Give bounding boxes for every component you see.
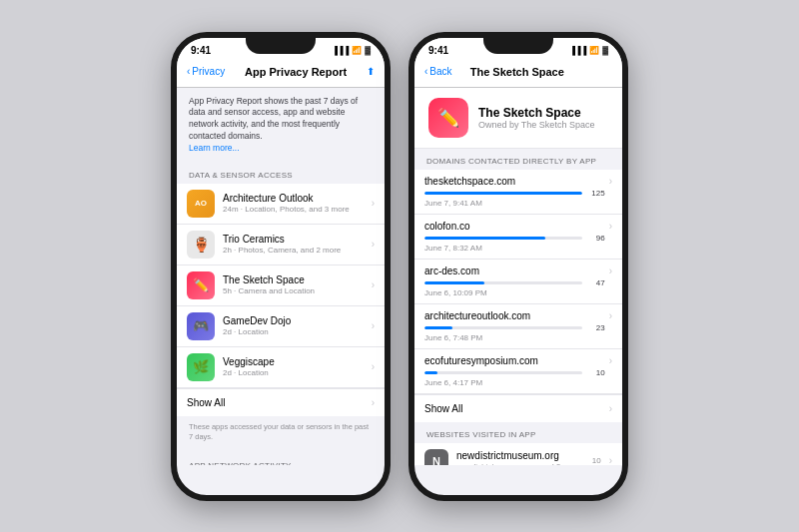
notch-left xyxy=(246,38,316,54)
veggie-subtitle: 2d · Location xyxy=(223,368,368,378)
chevron-veggie: › xyxy=(372,361,375,372)
domain-item-1[interactable]: colofon.co 96 June 7, 8:32 AM › xyxy=(414,215,622,260)
domain-date-3: June 6, 7:48 PM xyxy=(424,333,605,342)
show-all-sensor[interactable]: Show All › xyxy=(177,388,385,416)
item-text-veggie: Veggiscape 2d · Location xyxy=(223,355,368,378)
app-owned-text: Owned by The Sketch Space xyxy=(478,120,594,130)
section-header-websites: WEBSITES VISITED IN APP xyxy=(414,422,622,443)
domain-name-0: thesketchspace.com xyxy=(424,176,605,187)
chevron-domain-1: › xyxy=(609,221,612,232)
content-right: ✏️ The Sketch Space Owned by The Sketch … xyxy=(414,88,622,465)
intro-text-left: App Privacy Report shows the past 7 days… xyxy=(177,88,385,163)
share-button-left[interactable]: ⬆ xyxy=(367,66,375,77)
domain-bar-bg-4 xyxy=(424,371,582,374)
back-button-right[interactable]: ‹ Back xyxy=(424,66,452,77)
domain-item-2[interactable]: arc-des.com 47 June 6, 10:09 PM › xyxy=(414,260,622,304)
domain-bar-bg-0 xyxy=(424,192,582,195)
show-all-domains-label: Show All xyxy=(424,403,462,414)
domain-item-3[interactable]: architectureoutlook.com 23 June 6, 7:48 … xyxy=(414,304,622,349)
list-item-veggie[interactable]: 🌿 Veggiscape 2d · Location › xyxy=(177,347,385,388)
wifi-icon-r: 📶 xyxy=(589,46,599,55)
ao-title: Architecture Outlook xyxy=(223,192,368,205)
list-item-gamedev[interactable]: 🎮 GameDev Dojo 2d · Location › xyxy=(177,306,385,347)
domain-name-3: architectureoutlook.com xyxy=(424,310,605,321)
domain-bar-bg-1 xyxy=(424,237,582,240)
sketch-title: The Sketch Space xyxy=(223,273,368,286)
website-icon-n: N xyxy=(424,449,448,465)
notch-right xyxy=(483,38,553,54)
sketch-subtitle: 5h · Camera and Location xyxy=(223,286,368,296)
domain-item-0[interactable]: thesketchspace.com 125 June 7, 9:41 AM › xyxy=(414,170,622,215)
item-text-trio: Trio Ceramics 2h · Photos, Camera, and 2… xyxy=(223,233,368,256)
app-icon-large-sketch: ✏️ xyxy=(428,98,468,138)
domain-name-2: arc-des.com xyxy=(424,266,605,276)
learn-more-link[interactable]: Learn more... xyxy=(189,143,240,153)
status-icons-left: ▐▐▐ 📶 ▓ xyxy=(332,46,371,55)
chevron-left-icon: ‹ xyxy=(187,66,190,77)
signal-icon-r: ▐▐▐ xyxy=(569,46,586,55)
app-name-main: The Sketch Space xyxy=(478,106,594,120)
websites-list: N newdistrictmuseum.org newdistrictmuseu… xyxy=(414,443,622,465)
list-item-trio[interactable]: 🏺 Trio Ceramics 2h · Photos, Camera, and… xyxy=(177,225,385,266)
website-item-0[interactable]: N newdistrictmuseum.org newdistrictmuseu… xyxy=(414,443,622,465)
domain-item-4[interactable]: ecofuturesymposium.com 10 June 6, 4:17 P… xyxy=(414,349,622,394)
ao-subtitle: 24m · Location, Photos, and 3 more xyxy=(223,205,368,215)
app-icon-sketch: ✏️ xyxy=(187,271,215,299)
signal-icon: ▐▐▐ xyxy=(332,46,349,55)
show-all-sensor-label: Show All xyxy=(187,397,225,408)
chevron-gamedev: › xyxy=(372,320,375,331)
domain-count-4: 10 xyxy=(587,368,605,377)
nav-bar-right: ‹ Back The Sketch Space xyxy=(414,62,622,88)
veggie-title: Veggiscape xyxy=(223,355,368,368)
domain-bar-fill-1 xyxy=(424,237,545,240)
item-text-gamedev: GameDev Dojo 2d · Location xyxy=(223,314,368,337)
nav-bar-left: ‹ Privacy App Privacy Report ⬆ xyxy=(177,62,385,88)
domain-bar-bg-3 xyxy=(424,326,582,329)
website-detail-0: newdistrictmuseum.org and 9 more xyxy=(456,462,592,465)
left-phone: 9:41 ▐▐▐ 📶 ▓ ‹ Privacy App Privacy Repor… xyxy=(171,32,391,501)
domain-count-2: 47 xyxy=(587,278,605,287)
domain-name-4: ecofuturesymposium.com xyxy=(424,355,605,366)
gamedev-subtitle: 2d · Location xyxy=(223,327,368,337)
app-header-text: The Sketch Space Owned by The Sketch Spa… xyxy=(478,106,594,130)
domain-name-1: colofon.co xyxy=(424,221,605,232)
chevron-show-all: › xyxy=(372,397,375,408)
domain-count-3: 23 xyxy=(587,323,605,332)
domain-count-1: 96 xyxy=(587,234,605,243)
domain-bar-fill-4 xyxy=(424,371,437,374)
list-item-ao[interactable]: AO Architecture Outlook 24m · Location, … xyxy=(177,184,385,225)
chevron-left-icon-r: ‹ xyxy=(424,66,427,77)
list-item-sketch[interactable]: ✏️ The Sketch Space 5h · Camera and Loca… xyxy=(177,266,385,306)
show-all-domains[interactable]: Show All › xyxy=(414,394,622,422)
chevron-domain-0: › xyxy=(609,176,612,187)
chevron-domain-3: › xyxy=(609,310,612,321)
app-icon-veggie: 🌿 xyxy=(187,353,215,381)
section-header-network: APP NETWORK ACTIVITY xyxy=(177,453,385,465)
back-button-left[interactable]: ‹ Privacy xyxy=(187,66,225,77)
domain-bar-bg-2 xyxy=(424,281,582,284)
footer-note-left: These apps accessed your data or sensors… xyxy=(177,416,385,453)
back-label-left: Privacy xyxy=(192,66,225,77)
nav-title-right: The Sketch Space xyxy=(452,66,582,78)
nav-title-left: App Privacy Report xyxy=(225,66,367,78)
app-icon-trio: 🏺 xyxy=(187,231,215,259)
status-icons-right: ▐▐▐ 📶 ▓ xyxy=(569,46,608,55)
chevron-domain-4: › xyxy=(609,355,612,366)
website-count-0: 10 xyxy=(592,456,601,465)
back-label-right: Back xyxy=(429,66,451,77)
phones-container: 9:41 ▐▐▐ 📶 ▓ ‹ Privacy App Privacy Repor… xyxy=(171,32,628,501)
domain-count-0: 125 xyxy=(587,189,605,198)
sketch-icon-emoji: ✏️ xyxy=(437,107,459,129)
app-list: AO Architecture Outlook 24m · Location, … xyxy=(177,184,385,416)
app-icon-ao: AO xyxy=(187,190,215,218)
chevron-ao: › xyxy=(372,198,375,209)
chevron-website-0: › xyxy=(609,455,612,465)
intro-body: App Privacy Report shows the past 7 days… xyxy=(189,96,358,142)
battery-icon-r: ▓ xyxy=(602,46,608,55)
trio-subtitle: 2h · Photos, Camera, and 2 more xyxy=(223,246,368,256)
trio-title: Trio Ceramics xyxy=(223,233,368,246)
gamedev-title: GameDev Dojo xyxy=(223,314,368,327)
chevron-sketch: › xyxy=(372,279,375,290)
app-header-right: ✏️ The Sketch Space Owned by The Sketch … xyxy=(414,88,622,149)
section-header-domains: DOMAINS CONTACTED DIRECTLY BY APP xyxy=(414,149,622,170)
